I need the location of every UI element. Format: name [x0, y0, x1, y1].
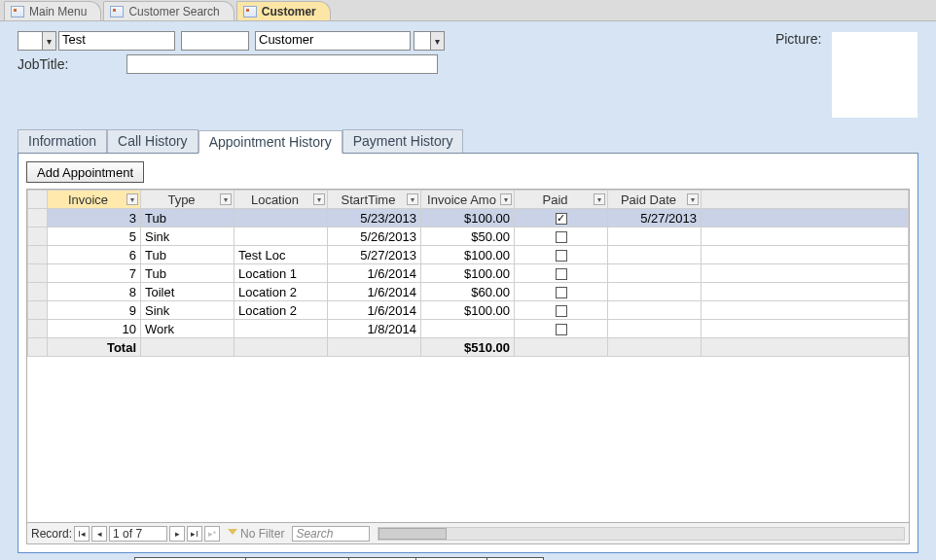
nav-first-button[interactable]: I◂ — [74, 526, 90, 542]
table-row[interactable]: 9SinkLocation 21/6/2014$100.00 — [28, 301, 909, 320]
cell-amount[interactable]: $50.00 — [421, 228, 515, 246]
cell-paid[interactable] — [515, 283, 608, 301]
cell-paid-date[interactable] — [608, 264, 702, 283]
cell-invoice[interactable]: 6 — [48, 246, 141, 264]
table-row[interactable]: 6TubTest Loc5/27/2013$100.00 — [28, 246, 909, 264]
chevron-down-icon[interactable]: ▾ — [126, 193, 138, 205]
first-name-input[interactable]: Test — [58, 31, 175, 51]
cell-invoice[interactable]: 7 — [48, 264, 141, 283]
checkbox-icon[interactable] — [556, 268, 567, 280]
cell-paid[interactable] — [515, 246, 608, 264]
row-selector[interactable] — [28, 301, 48, 320]
chevron-down-icon[interactable]: ▾ — [594, 193, 605, 205]
cell-amount[interactable] — [421, 320, 515, 338]
record-position[interactable]: 1 of 7 — [109, 526, 167, 542]
tab-information[interactable]: Information — [18, 129, 107, 153]
row-selector[interactable] — [28, 209, 48, 228]
cell-paid-date[interactable] — [608, 301, 702, 320]
col-starttime[interactable]: StartTime▾ — [328, 191, 421, 209]
checkbox-icon[interactable] — [556, 231, 567, 243]
middle-input[interactable] — [181, 31, 249, 51]
cell-type[interactable]: Tub — [141, 246, 234, 264]
cell-type[interactable]: Work — [141, 320, 234, 338]
cell-starttime[interactable]: 5/23/2013 — [328, 209, 421, 228]
cell-paid[interactable] — [515, 320, 608, 338]
row-selector[interactable] — [28, 283, 48, 301]
cell-location[interactable]: Location 2 — [234, 283, 328, 301]
checkbox-icon[interactable] — [556, 305, 567, 317]
app-tab-customer-search[interactable]: Customer Search — [103, 1, 234, 20]
cell-amount[interactable]: $100.00 — [421, 264, 515, 283]
prefix-combo[interactable]: ▾ — [18, 31, 56, 51]
cell-location[interactable] — [234, 228, 328, 246]
cell-location[interactable]: Test Loc — [234, 246, 328, 264]
table-row[interactable]: 3Tub5/23/2013$100.005/27/2013 — [28, 209, 909, 228]
no-filter-indicator[interactable]: No Filter — [228, 527, 284, 541]
checkbox-icon[interactable] — [556, 324, 567, 335]
cell-invoice[interactable]: 3 — [48, 209, 141, 228]
table-row[interactable]: 8ToiletLocation 21/6/2014$60.00 — [28, 283, 909, 301]
cell-starttime[interactable]: 1/6/2014 — [328, 301, 421, 320]
add-appointment-button[interactable]: Add Appointment — [26, 161, 144, 183]
cell-paid-date[interactable]: 5/27/2013 — [608, 209, 702, 228]
cell-location[interactable] — [234, 209, 328, 228]
col-type[interactable]: Type▾ — [141, 191, 234, 209]
tab-payment-history[interactable]: Payment History — [342, 129, 464, 153]
cell-invoice[interactable]: 9 — [48, 301, 141, 320]
checkbox-icon[interactable] — [556, 213, 567, 225]
cell-location[interactable]: Location 1 — [234, 264, 328, 283]
last-name-input[interactable]: Customer — [255, 31, 411, 51]
col-location[interactable]: Location▾ — [234, 191, 328, 209]
cell-starttime[interactable]: 1/6/2014 — [328, 283, 421, 301]
row-selector[interactable] — [28, 264, 48, 283]
cell-type[interactable]: Toilet — [141, 283, 234, 301]
cell-location[interactable]: Location 2 — [234, 301, 328, 320]
suffix-combo[interactable]: ▾ — [414, 31, 445, 51]
cell-starttime[interactable]: 1/8/2014 — [328, 320, 421, 338]
app-tab-customer[interactable]: Customer — [236, 1, 331, 20]
cell-starttime[interactable]: 5/27/2013 — [328, 246, 421, 264]
checkbox-icon[interactable] — [556, 287, 567, 298]
cell-paid-date[interactable] — [608, 320, 702, 338]
chevron-down-icon[interactable]: ▾ — [220, 193, 232, 205]
cell-paid[interactable] — [515, 264, 608, 283]
cell-invoice[interactable]: 5 — [48, 228, 141, 246]
cell-amount[interactable]: $100.00 — [421, 301, 515, 320]
cell-type[interactable]: Tub — [141, 264, 234, 283]
col-paid-date[interactable]: Paid Date▾ — [608, 191, 702, 209]
cell-type[interactable]: Sink — [141, 228, 234, 246]
table-row[interactable]: 10Work1/8/2014 — [28, 320, 909, 338]
cell-paid-date[interactable] — [608, 283, 702, 301]
nav-new-button[interactable]: ▸* — [204, 526, 220, 542]
nav-next-button[interactable]: ▸ — [169, 526, 185, 542]
chevron-down-icon[interactable]: ▾ — [687, 193, 699, 205]
chevron-down-icon[interactable]: ▾ — [407, 193, 418, 205]
cell-paid[interactable] — [515, 209, 608, 228]
cell-amount[interactable]: $100.00 — [421, 209, 515, 228]
cell-starttime[interactable]: 1/6/2014 — [328, 264, 421, 283]
tab-appointment-history[interactable]: Appointment History — [198, 130, 342, 154]
nav-last-button[interactable]: ▸I — [187, 526, 202, 542]
col-paid[interactable]: Paid▾ — [515, 191, 608, 209]
cell-starttime[interactable]: 5/26/2013 — [328, 228, 421, 246]
col-invoice-amount[interactable]: Invoice Amo▾ — [421, 191, 515, 209]
row-selector[interactable] — [28, 320, 48, 338]
cell-type[interactable]: Sink — [141, 301, 234, 320]
table-row[interactable]: 5Sink5/26/2013$50.00 — [28, 228, 909, 246]
jobtitle-input[interactable] — [126, 54, 438, 74]
col-invoice[interactable]: Invoice▾ — [48, 191, 141, 209]
horizontal-scrollbar[interactable] — [378, 527, 905, 541]
cell-paid[interactable] — [515, 228, 608, 246]
cell-amount[interactable]: $60.00 — [421, 283, 515, 301]
cell-location[interactable] — [234, 320, 328, 338]
cell-invoice[interactable]: 10 — [48, 320, 141, 338]
cell-paid-date[interactable] — [608, 228, 702, 246]
checkbox-icon[interactable] — [556, 250, 567, 262]
chevron-down-icon[interactable]: ▾ — [313, 193, 325, 205]
cell-type[interactable]: Tub — [141, 209, 234, 228]
picture-frame[interactable] — [831, 31, 918, 119]
table-row[interactable]: 7TubLocation 11/6/2014$100.00 — [28, 264, 909, 283]
chevron-down-icon[interactable]: ▾ — [500, 193, 512, 205]
tab-call-history[interactable]: Call History — [107, 129, 198, 153]
cell-paid[interactable] — [515, 301, 608, 320]
